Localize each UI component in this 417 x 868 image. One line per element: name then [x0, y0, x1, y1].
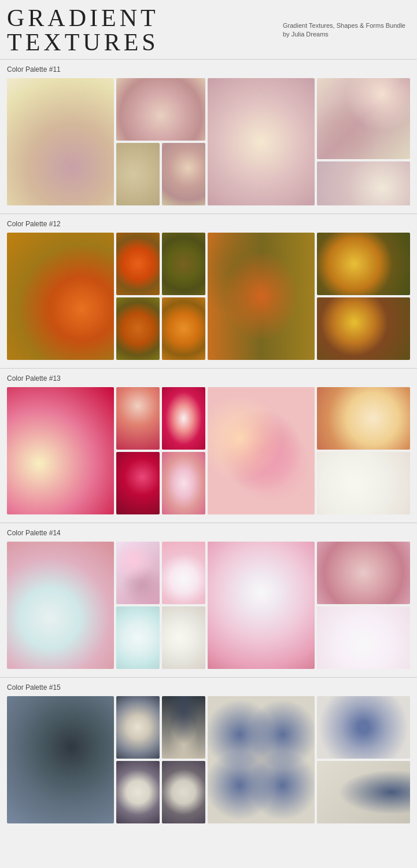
palette14-img1[interactable] — [7, 542, 114, 669]
palette11-grid — [7, 78, 410, 205]
palette12-img2[interactable] — [116, 233, 160, 295]
palette15-img2[interactable] — [116, 696, 160, 759]
palette14-grid — [7, 542, 410, 669]
palette11-img5[interactable] — [208, 78, 315, 205]
palette14-label: Color Palette #14 — [7, 529, 410, 537]
palette11-img3[interactable] — [116, 143, 160, 205]
palette15-img3[interactable] — [162, 696, 205, 759]
palette11-img6[interactable] — [317, 78, 410, 159]
page-header: GRADIENT TEXTURES Gradient Textures, Sha… — [0, 0, 417, 60]
palette12-img3[interactable] — [162, 233, 205, 295]
page-title: GRADIENT TEXTURES — [7, 6, 272, 54]
palette13-img1[interactable] — [7, 387, 114, 514]
palette12-img4[interactable] — [116, 297, 160, 360]
palette15-img4[interactable] — [116, 761, 160, 823]
palette14-img8[interactable] — [317, 606, 410, 669]
section-palette11: Color Palette #11 — [0, 60, 417, 214]
palette11-img4[interactable] — [162, 143, 205, 205]
palette15-img5[interactable] — [162, 761, 205, 823]
palette13-img6[interactable] — [208, 387, 315, 514]
palette14-img4[interactable] — [116, 606, 160, 669]
palette11-img7[interactable] — [317, 161, 410, 205]
palette14-img3[interactable] — [162, 542, 205, 604]
palette13-img3[interactable] — [162, 387, 205, 450]
palette15-label: Color Palette #15 — [7, 683, 410, 692]
palette12-grid — [7, 233, 410, 360]
palette15-img7[interactable] — [317, 696, 410, 759]
palette15-img1[interactable] — [7, 696, 114, 823]
palette12-label: Color Palette #12 — [7, 220, 410, 228]
palette11-img1[interactable] — [7, 78, 114, 205]
palette15-img8[interactable] — [317, 761, 410, 823]
palette13-img4[interactable] — [116, 452, 160, 514]
palette13-img5[interactable] — [162, 452, 205, 514]
palette13-img7[interactable] — [317, 387, 410, 450]
palette12-img8[interactable] — [317, 297, 410, 360]
section-palette14: Color Palette #14 — [0, 523, 417, 678]
page-subtitle: Gradient Textures, Shapes & Forms Bundle… — [283, 21, 410, 39]
section-palette15: Color Palette #15 — [0, 678, 417, 832]
palette12-img6[interactable] — [208, 233, 315, 360]
palette11-label: Color Palette #11 — [7, 65, 410, 73]
section-palette13: Color Palette #13 — [0, 369, 417, 523]
palette14-img5[interactable] — [162, 606, 205, 669]
palette14-img6[interactable] — [208, 542, 315, 669]
palette13-label: Color Palette #13 — [7, 374, 410, 382]
palette15-img6[interactable] — [208, 696, 315, 823]
palette13-grid — [7, 387, 410, 514]
palette13-img2[interactable] — [116, 387, 160, 450]
palette12-img5[interactable] — [162, 297, 205, 360]
palette15-grid — [7, 696, 410, 823]
palette14-img7[interactable] — [317, 542, 410, 604]
palette12-img1[interactable] — [7, 233, 114, 360]
palette13-img8[interactable] — [317, 452, 410, 514]
palette11-img2[interactable] — [116, 78, 205, 141]
palette12-img7[interactable] — [317, 233, 410, 295]
palette14-img2[interactable] — [116, 542, 160, 604]
section-palette12: Color Palette #12 — [0, 214, 417, 369]
